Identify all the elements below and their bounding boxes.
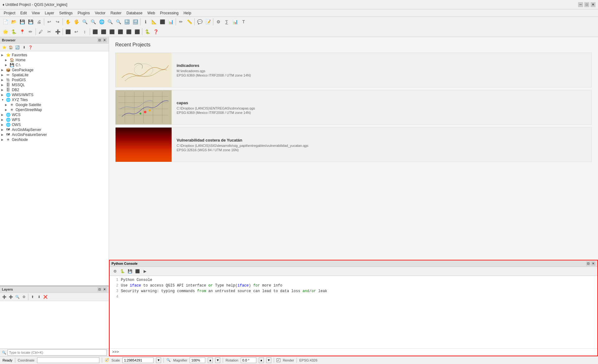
browser-tree-item-arcgisfeatureserver[interactable]: ▶🗺ArcGisFeatureServer <box>0 132 109 137</box>
zoom-out-button[interactable]: 🔍 <box>89 18 97 26</box>
move-up-btn[interactable]: ⬆ <box>29 294 36 300</box>
layers-header-controls[interactable]: ⊡ ✕ <box>97 287 107 292</box>
identify-button[interactable]: ℹ <box>141 18 150 26</box>
undo-button[interactable]: ↩ <box>45 18 53 26</box>
add-layer-btn[interactable]: ➕ <box>1 294 7 300</box>
menu-item-view[interactable]: View <box>29 10 42 16</box>
plugin2-button[interactable]: ⬛ <box>99 28 107 36</box>
magnifier-input[interactable] <box>190 357 205 363</box>
label-button[interactable]: T <box>240 18 248 26</box>
paste-features-button[interactable]: ↕ <box>81 28 89 36</box>
browser-tree-item-geonode[interactable]: ▶✳GeoNode <box>0 137 109 142</box>
plugin4-button[interactable]: ⬛ <box>116 28 124 36</box>
coordinate-input[interactable] <box>37 357 99 363</box>
window-controls[interactable]: ─ □ ✕ <box>578 2 596 7</box>
map-tips-button[interactable]: 💬 <box>196 18 204 26</box>
project-item[interactable]: indicadoresM:\indicadores.qgsEPSG:6369 (… <box>115 53 592 87</box>
locate-input[interactable] <box>7 349 107 356</box>
digitize-button[interactable]: ✏ <box>177 18 185 26</box>
cut-features-button[interactable]: ⬛ <box>64 28 72 36</box>
menu-item-layer[interactable]: Layer <box>42 10 57 16</box>
browser-tree-item-mssql[interactable]: ▶🗄MSSQL <box>0 82 109 87</box>
browser-help-btn[interactable]: ❓ <box>27 44 34 50</box>
settings-button[interactable]: ⚙ <box>214 18 222 26</box>
close-button[interactable]: ✕ <box>591 2 596 7</box>
remove-layer-btn[interactable]: ❌ <box>42 294 49 300</box>
project-item[interactable]: capasC:\Dropbox (LANCIS)\ENTREGAS\cdmx\c… <box>115 90 592 125</box>
deselect-button[interactable]: ⬛ <box>158 18 166 26</box>
add-group-btn[interactable]: ➕ <box>8 294 14 300</box>
print-button[interactable]: 🖨 <box>35 18 43 26</box>
magnifier-decrement-button[interactable]: ▼ <box>215 357 220 363</box>
zoom-in-button[interactable]: 🔍 <box>81 18 89 26</box>
console-python-btn[interactable]: 🐍 <box>119 268 126 275</box>
rotation-input[interactable] <box>241 357 256 363</box>
browser-tree-item-google-satelite[interactable]: ▶✳Google Satelite <box>0 102 109 107</box>
zoom-selection-button[interactable]: 🔍 <box>114 18 122 26</box>
pan-button[interactable]: ✋ <box>64 18 72 26</box>
gps-button[interactable]: 📍 <box>18 28 26 36</box>
layers-float-button[interactable]: ⊡ <box>97 287 102 292</box>
measure-button[interactable]: 📏 <box>185 18 193 26</box>
pan-native-button[interactable]: 🖐 <box>72 18 80 26</box>
browser-tree-item-postgis[interactable]: ▶🐘PostGIS <box>0 77 109 82</box>
python2-button[interactable]: 🐍 <box>143 28 151 36</box>
select-button[interactable]: 📐 <box>150 18 158 26</box>
menu-item-processing[interactable]: Processing <box>158 10 181 16</box>
python-button[interactable]: 🐍 <box>10 28 18 36</box>
maximize-button[interactable]: □ <box>584 2 589 7</box>
menu-item-help[interactable]: Help <box>181 10 194 16</box>
delete-feature-button[interactable]: ➕ <box>54 28 62 36</box>
plugin6-button[interactable]: ⬛ <box>133 28 141 36</box>
add-feature-button[interactable]: 🖊 <box>37 28 45 36</box>
browser-button[interactable]: 📊 <box>231 18 239 26</box>
new-project-button[interactable]: 📄 <box>1 18 9 26</box>
browser-favorites-btn[interactable]: ⭐ <box>1 44 7 50</box>
magnifier-increment-button[interactable]: ▲ <box>208 357 213 363</box>
browser-close-button[interactable]: ✕ <box>102 38 107 42</box>
browser-tree-item-wms-wmts[interactable]: ▶🌐WMS/WMTS <box>0 92 109 97</box>
project-item[interactable]: Vulnerabilidad costera de YucatánC:\Drop… <box>115 127 592 162</box>
console-float-button[interactable]: ⊡ <box>586 261 591 266</box>
redo-button[interactable]: ↪ <box>54 18 62 26</box>
browser-tree-item-spatialite[interactable]: ▶✏SpatiaLite <box>0 72 109 77</box>
menu-item-edit[interactable]: Edit <box>18 10 29 16</box>
browser-tree-item-db2[interactable]: ▶🗄DB2 <box>0 87 109 92</box>
browser-tree-item-home[interactable]: ▶🏠Home <box>0 58 109 63</box>
layer-properties-btn[interactable]: ⚙ <box>21 294 27 300</box>
rotation-increment-button[interactable]: ▲ <box>259 357 264 363</box>
save-as-button[interactable]: 💾 <box>26 18 35 26</box>
statistics-button[interactable]: ∑ <box>223 18 231 26</box>
move-down-btn[interactable]: ⬇ <box>36 294 42 300</box>
browser-tree-item-favorites[interactable]: ▶⭐Favorites <box>0 53 109 58</box>
browser-home-btn[interactable]: 🏠 <box>8 44 14 50</box>
annotations-button[interactable]: 📝 <box>204 18 212 26</box>
rotation-decrement-button[interactable]: ▼ <box>266 357 271 363</box>
browser-tree-item-ows[interactable]: ▶🌐OWS <box>0 122 109 127</box>
browser-tree-item-geopackage[interactable]: ▶📦GeoPackage <box>0 68 109 72</box>
plugin1-button[interactable]: ⬛ <box>91 28 99 36</box>
open-table-button[interactable]: 📊 <box>167 18 175 26</box>
minimize-button[interactable]: ─ <box>578 2 583 7</box>
browser-tree-item-c--[interactable]: ▶💾C:\ <box>0 63 109 68</box>
console-save-btn[interactable]: 💾 <box>126 268 133 275</box>
browser-header-controls[interactable]: ⊡ ✕ <box>97 38 107 42</box>
save-project-button[interactable]: 💾 <box>18 18 26 26</box>
console-settings-btn[interactable]: ⚙ <box>112 268 118 275</box>
open-project-button[interactable]: 📂 <box>10 18 18 26</box>
epsg-value[interactable]: EPSG:4326 <box>299 358 317 362</box>
zoom-full-button[interactable]: 🌐 <box>97 18 106 26</box>
filter-layers-btn[interactable]: 🔍 <box>14 294 21 300</box>
layers-close-button[interactable]: ✕ <box>102 287 107 292</box>
console-header-controls[interactable]: ⊡ ✕ <box>586 261 596 266</box>
copy-features-button[interactable]: ↩ <box>72 28 80 36</box>
browser-collapse-btn[interactable]: ⬇ <box>21 44 27 50</box>
menu-item-settings[interactable]: Settings <box>57 10 75 16</box>
scale-dropdown-button[interactable]: ▼ <box>156 357 161 363</box>
zoom-next-button[interactable]: 🔜 <box>131 18 139 26</box>
console-run-btn[interactable]: ▶ <box>141 268 148 275</box>
browser-tree-item-wcs[interactable]: ▶🌐WCS <box>0 112 109 117</box>
browser-tree-item-wfs[interactable]: ▶🌐WFS <box>0 117 109 122</box>
console-close-button[interactable]: ✕ <box>591 261 596 266</box>
zoom-last-button[interactable]: 🔙 <box>123 18 131 26</box>
